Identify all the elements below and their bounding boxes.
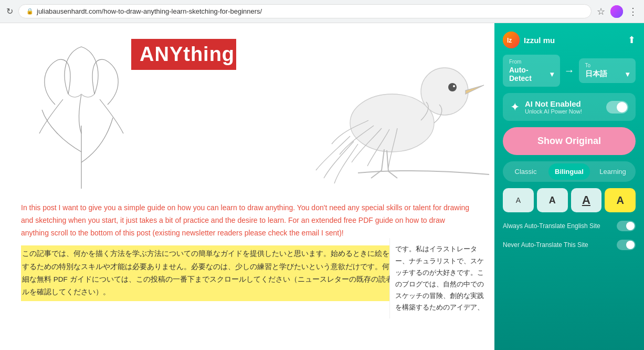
ai-text-block: AI Not Enabled Unlock AI Power Now!: [525, 99, 601, 115]
avatar: Iz: [503, 32, 520, 48]
svg-point-0: [610, 5, 623, 18]
panel-header: Iz Izzul mu ⬆: [503, 32, 636, 48]
ai-subtitle: Unlock AI Power Now!: [525, 108, 601, 115]
sparkle-icon: ✦: [510, 100, 520, 114]
never-translate-label: Never Auto-Translate This Site: [503, 241, 588, 249]
font-highlight-label: A: [616, 194, 624, 207]
toggle-knob: [617, 102, 627, 112]
svg-point-3: [448, 83, 457, 91]
flower-svg: [16, 31, 147, 189]
flower-sketch: [16, 31, 147, 189]
never-translate-toggle[interactable]: [617, 240, 636, 250]
to-language-box[interactable]: To 日本語 ▾: [579, 58, 636, 83]
tab-bilingual[interactable]: Bilingual: [548, 163, 590, 180]
original-paragraph: In this post I want to give you a simple…: [21, 202, 473, 239]
auto-translate-options: Always Auto-Translate English Site Never…: [503, 219, 636, 252]
font-size-small[interactable]: A: [503, 188, 534, 212]
never-translate-option: Never Auto-Translate This Site: [503, 238, 636, 252]
lock-icon: 🔒: [26, 8, 34, 15]
ai-title: AI Not Enabled: [525, 99, 601, 108]
bird-svg: [295, 28, 494, 191]
browser-bar: ↻ 🔒 juliabausenhardt.com/how-to-draw-any…: [0, 0, 644, 23]
font-small-label: A: [516, 196, 521, 204]
ai-toggle-section: ✦ AI Not Enabled Unlock AI Power Now!: [503, 93, 636, 121]
font-size-highlight[interactable]: A: [605, 188, 636, 212]
bookmark-icon[interactable]: ☆: [597, 6, 605, 17]
to-dropdown-icon: ▾: [626, 70, 629, 78]
svg-text:Iz: Iz: [507, 37, 512, 44]
never-toggle-knob: [626, 241, 635, 249]
url-text: juliabausenhardt.com/how-to-draw-anythin…: [37, 7, 262, 15]
always-translate-label: Always Auto-Translate English Site: [503, 222, 600, 230]
show-original-button[interactable]: Show Original: [503, 127, 636, 155]
always-translate-option: Always Auto-Translate English Site: [503, 219, 636, 233]
menu-icon[interactable]: ⋮: [628, 6, 638, 17]
to-value: 日本語 ▾: [585, 69, 630, 79]
title-banner: ANYthing: [131, 39, 236, 70]
ai-toggle-switch[interactable]: [606, 101, 628, 114]
browser-controls: ↻: [6, 6, 13, 16]
reload-icon[interactable]: ↻: [6, 6, 13, 16]
images-section: ANYthing: [0, 23, 494, 197]
always-translate-toggle[interactable]: [617, 221, 636, 231]
user-name: Izzul mu: [524, 36, 555, 45]
font-large-label: A: [582, 193, 590, 207]
from-language-box[interactable]: From Auto-Detect ▾: [503, 55, 560, 87]
language-selector: From Auto-Detect ▾ → To 日本語 ▾: [503, 55, 636, 87]
bird-sketch: [295, 28, 494, 191]
font-medium-label: A: [549, 195, 556, 206]
always-toggle-knob: [626, 222, 635, 230]
svg-point-4: [453, 85, 455, 87]
lang-arrow-icon: →: [564, 65, 575, 77]
from-value: Auto-Detect ▾: [509, 66, 554, 83]
address-bar[interactable]: 🔒 juliabausenhardt.com/how-to-draw-anyth…: [18, 4, 592, 18]
from-label: From: [509, 59, 554, 65]
browser-profile-avatar[interactable]: [610, 5, 623, 18]
overlay-text: です。私はイラストレーター、ナチュラリストで、スケッチするのが大好きです。このブ…: [395, 245, 484, 311]
font-size-options: A A A A: [503, 188, 636, 212]
tab-classic[interactable]: Classic: [505, 163, 546, 180]
main-area: ANYthing: [0, 23, 644, 350]
from-dropdown-icon: ▾: [550, 70, 554, 78]
share-icon[interactable]: ⬆: [628, 34, 636, 46]
browser-actions: ☆ ⋮: [597, 5, 638, 18]
tab-learning[interactable]: Learning: [592, 163, 634, 180]
font-size-medium[interactable]: A: [537, 188, 568, 212]
font-size-large[interactable]: A: [571, 188, 602, 212]
mode-tabs: Classic Bilingual Learning: [503, 161, 636, 182]
translation-panel: Iz Izzul mu ⬆ From Auto-Detect ▾ → To 日本…: [494, 23, 644, 350]
page-right-overlay: です。私はイラストレーター、ナチュラリストで、スケッチするのが大好きです。このブ…: [389, 238, 494, 318]
to-label: To: [585, 63, 630, 68]
user-info: Iz Izzul mu: [503, 32, 555, 48]
